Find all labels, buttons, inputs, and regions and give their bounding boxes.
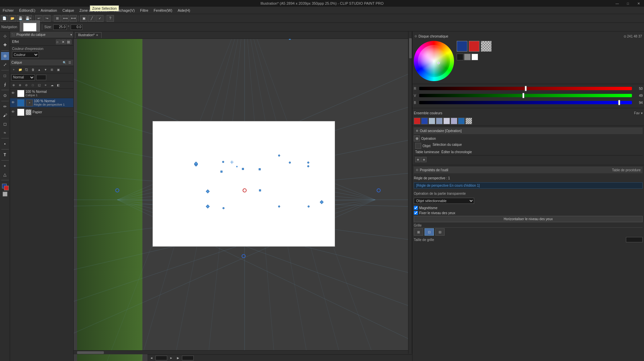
op-icon-2[interactable]: ⊗ bbox=[421, 157, 427, 162]
menu-aide[interactable]: Aide(H) bbox=[175, 7, 193, 14]
tl-frame-input[interactable]: 0.00 bbox=[182, 356, 194, 360]
transparent-swatch[interactable] bbox=[3, 192, 7, 196]
light-table-label[interactable]: Table lumineuse bbox=[415, 150, 439, 154]
color-fg-bg[interactable] bbox=[1, 183, 9, 190]
swatch-lavender[interactable] bbox=[443, 118, 450, 124]
layer-fill-button[interactable]: ▣ bbox=[55, 67, 61, 73]
ctrl-pt-3[interactable] bbox=[278, 155, 280, 157]
grid-size-input[interactable]: 36.6 bbox=[626, 237, 643, 242]
ruler-button[interactable]: ⌖ bbox=[1, 162, 9, 170]
layer-search-button[interactable]: 🔍 bbox=[62, 60, 67, 65]
lasso-button[interactable]: ∮ bbox=[1, 80, 9, 88]
tl-prev-button[interactable]: ◄ bbox=[149, 355, 154, 361]
horiz-level-button[interactable]: Horizontaliser le niveau des yeux bbox=[414, 216, 643, 222]
color-fill-button[interactable]: ▣ bbox=[80, 15, 87, 22]
magnet-checkbox[interactable] bbox=[414, 206, 418, 210]
check-button[interactable]: ✓ bbox=[96, 15, 104, 22]
new-file-button[interactable]: 📄 bbox=[1, 15, 8, 22]
vp-center-dot[interactable] bbox=[243, 188, 247, 192]
layer-down-button[interactable]: ▼ bbox=[43, 67, 49, 73]
flip-h-button[interactable]: ⟺ bbox=[62, 15, 69, 22]
ctrl-pt-10[interactable] bbox=[307, 165, 309, 167]
ctrl-pt-6[interactable] bbox=[220, 171, 222, 173]
ctrl-pt-9[interactable] bbox=[289, 162, 291, 164]
swatch-steelblue[interactable] bbox=[436, 118, 443, 124]
layer-up-button[interactable]: ▲ bbox=[36, 67, 42, 73]
tl-position-input[interactable]: 25.0 bbox=[155, 356, 167, 360]
tl-play-button[interactable]: ▶ bbox=[175, 355, 181, 361]
layer-select-label[interactable]: Sélection du calque bbox=[433, 143, 462, 149]
swatch-cobalt[interactable] bbox=[458, 118, 465, 124]
canvas-body[interactable] bbox=[74, 39, 412, 361]
layer-op6[interactable]: ≡ bbox=[43, 82, 49, 88]
transform-button[interactable]: ⊞ bbox=[54, 15, 61, 22]
canvas-tab[interactable]: Illustration* ✕ bbox=[75, 32, 102, 38]
ctrl-pt-4[interactable] bbox=[307, 162, 309, 164]
h-scrollbar[interactable] bbox=[74, 350, 412, 354]
layer-op8[interactable]: ◧ bbox=[55, 82, 61, 88]
bg-color-swatch[interactable] bbox=[4, 186, 9, 190]
menu-calque[interactable]: Calque bbox=[60, 7, 77, 14]
layer-new-button[interactable]: + bbox=[11, 67, 17, 73]
layer-row-2[interactable]: 👁 ⌖ 100 % Normal Règle de perspective 1 bbox=[10, 98, 73, 108]
ctrl-pt-2[interactable] bbox=[222, 161, 224, 163]
layer-eye-1[interactable]: 👁 bbox=[11, 91, 16, 96]
fill-button[interactable]: ▪ bbox=[1, 140, 9, 148]
angle-input[interactable] bbox=[71, 24, 82, 30]
layer-op3[interactable]: ⊘ bbox=[23, 82, 29, 88]
ctrl-pt-14[interactable] bbox=[308, 205, 310, 207]
transparent-color-swatch[interactable] bbox=[481, 41, 492, 52]
eyedrop-button[interactable]: ⊙ bbox=[1, 92, 9, 100]
color-preset-black[interactable] bbox=[457, 54, 463, 60]
selection-button[interactable]: □ bbox=[1, 72, 9, 80]
layer-copy-button[interactable]: ⿻ bbox=[23, 67, 29, 73]
transparent-op-select[interactable]: Objet sélectionnable bbox=[414, 198, 474, 204]
swatches-fav-label[interactable]: Fav bbox=[634, 111, 640, 115]
blend-button[interactable]: ≈ bbox=[1, 129, 9, 137]
obj-icon-btn[interactable] bbox=[415, 143, 421, 149]
menu-animation[interactable]: Animation bbox=[38, 7, 60, 14]
props-tab2[interactable]: Table de procédure bbox=[612, 168, 641, 172]
swatch-transparent[interactable] bbox=[465, 118, 472, 124]
op-icon-1[interactable]: ⊕ bbox=[415, 157, 421, 162]
move-tool-button[interactable]: ✚ bbox=[1, 41, 9, 49]
swatch-red[interactable] bbox=[414, 118, 421, 124]
eye-level-checkbox[interactable] bbox=[414, 211, 418, 215]
vp-right-dot[interactable] bbox=[377, 188, 381, 192]
grid-type-1[interactable]: ⊞ bbox=[414, 228, 423, 236]
vp-bottom-dot[interactable] bbox=[242, 254, 246, 258]
editing-label[interactable]: [Règle de perspective En cours d'édition… bbox=[414, 182, 643, 189]
menu-edition[interactable]: Édition(E) bbox=[16, 7, 38, 14]
eraser-button[interactable]: ◻ bbox=[1, 120, 9, 128]
move-layer-button[interactable]: ⤢ bbox=[1, 61, 9, 69]
layer-menu-button[interactable]: ☰ bbox=[67, 60, 72, 65]
layer-eye-3[interactable]: 👁 bbox=[11, 110, 16, 115]
swatch-blue[interactable] bbox=[421, 118, 428, 124]
size-input[interactable] bbox=[53, 24, 67, 30]
layer-props-expand[interactable]: ▾ bbox=[70, 33, 72, 37]
g-slider-thumb[interactable] bbox=[522, 93, 524, 98]
color-mode-select[interactable]: Couleur bbox=[12, 52, 39, 58]
swatch-periwinkle[interactable] bbox=[451, 118, 457, 124]
brush-button[interactable]: 🖌 bbox=[1, 111, 9, 119]
ctrl-pt-17[interactable] bbox=[259, 189, 261, 191]
h-scroll-thumb[interactable] bbox=[77, 351, 104, 354]
layer-row-1[interactable]: 👁 100 % Normal Calque 1 bbox=[10, 89, 73, 98]
maximize-button[interactable]: □ bbox=[623, 0, 633, 7]
flip-v-button[interactable]: ⟷ bbox=[70, 15, 77, 22]
color-preset-gray[interactable] bbox=[464, 54, 471, 60]
vp-left-dot[interactable] bbox=[115, 188, 119, 192]
ctrl-pt-13[interactable] bbox=[278, 205, 280, 207]
fg-swatch[interactable] bbox=[457, 41, 467, 52]
layer-row-3[interactable]: 👁 Papier bbox=[10, 108, 73, 117]
swatch-lightblue[interactable] bbox=[429, 118, 435, 124]
r-slider-track[interactable] bbox=[419, 87, 632, 90]
grid-type-3[interactable]: ⊟ bbox=[435, 228, 445, 236]
b-slider-track[interactable] bbox=[419, 101, 632, 104]
ctrl-pt-8[interactable] bbox=[259, 168, 261, 170]
v-scrollbar[interactable] bbox=[408, 32, 412, 354]
bg-swatch[interactable] bbox=[469, 41, 479, 52]
grid-type-2[interactable]: ⊡ bbox=[425, 228, 434, 236]
swatches-menu-icon[interactable]: ▾ bbox=[641, 111, 643, 115]
effect-btn3[interactable]: ⊞ bbox=[67, 40, 71, 44]
